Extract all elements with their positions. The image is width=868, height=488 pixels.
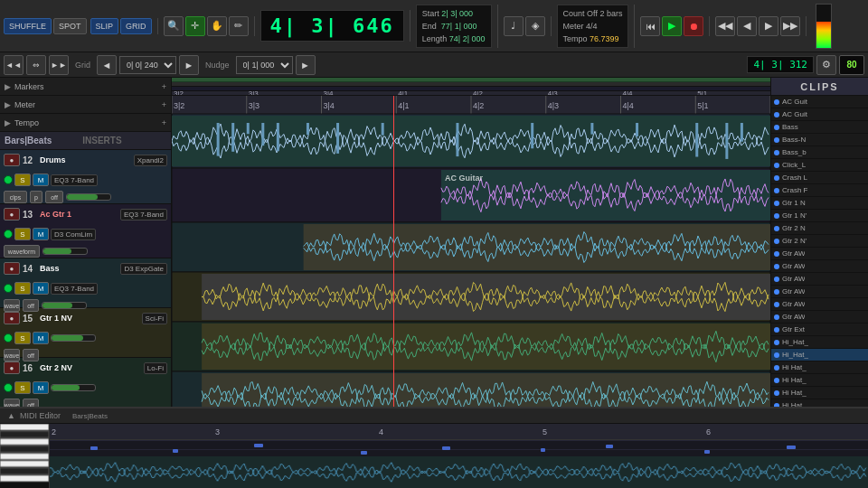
clip-item-15[interactable]: Gtr AW (771, 286, 868, 298)
nudge-right-btn[interactable]: ► (296, 55, 316, 75)
s-btn-gtr1nv[interactable]: S (14, 332, 31, 344)
insert-acgtr1-1[interactable]: EQ3 7-Band (120, 209, 167, 221)
clip-item-16[interactable]: Gtr AW (771, 298, 868, 311)
pencil-tool[interactable]: ✏ (229, 16, 249, 36)
wave-btn-gtr1nv[interactable]: wave (4, 349, 20, 361)
insert-bass-2[interactable]: EQ3 7-Band (51, 283, 98, 295)
clip-item-11[interactable]: Gtr 2 N' (771, 235, 868, 248)
shuffle-button[interactable]: SHUFFLE (4, 18, 52, 34)
hand-tool[interactable]: ✋ (207, 16, 227, 36)
clip-item-5[interactable]: Click_L (771, 159, 868, 172)
clip-item-24[interactable]: Hi Hat_ (771, 399, 868, 407)
m-btn-acgtr1[interactable]: M (33, 228, 49, 240)
clip-item-6[interactable]: Crash L (771, 172, 868, 184)
clip-item-17[interactable]: Gtr AW (771, 311, 868, 324)
clip-item-13[interactable]: Gtr AW (771, 260, 868, 273)
off-btn-drums[interactable]: off (45, 191, 63, 203)
m-btn-gtr2nv[interactable]: M (33, 381, 49, 394)
prev-button[interactable]: ◀◀ (715, 16, 735, 36)
insert-drums-2[interactable]: EQ3 7-Band (51, 174, 98, 186)
vol-gtr1nv[interactable] (51, 334, 96, 342)
insert-bass-1[interactable]: D3 ExpGate (120, 263, 167, 275)
vol-bass[interactable] (42, 302, 87, 309)
midi-note-2[interactable] (254, 444, 263, 447)
back-button[interactable]: ◀ (737, 16, 757, 36)
clip-item-23[interactable]: Hi Hat_ (771, 387, 868, 399)
clip-item-7[interactable]: Crash F (771, 184, 868, 197)
clip-item-2[interactable]: Bass (771, 121, 868, 134)
wave-btn-bass[interactable]: wave (4, 299, 20, 312)
midi-note-5[interactable] (541, 448, 545, 452)
rec-btn-bass[interactable]: ● (4, 262, 20, 275)
midi-notes[interactable]: 234567 (50, 424, 868, 488)
insert-gtr2nv-1[interactable]: Lo-Fi (144, 362, 167, 374)
rec-btn-gtr1nv[interactable]: ● (4, 312, 20, 324)
clip-item-21[interactable]: Hi Hat_ (771, 361, 868, 374)
midi-note-4[interactable] (442, 446, 450, 450)
rec-btn-gtr2nv[interactable]: ● (4, 361, 20, 374)
insert-drums-1[interactable]: Xpandl2 (134, 155, 167, 166)
expand-markers[interactable]: ▶ (5, 82, 11, 91)
clip-item-18[interactable]: Gtr Ext (771, 324, 868, 336)
play-button[interactable]: ▶ (662, 16, 682, 36)
m-btn-gtr1nv[interactable]: M (33, 332, 49, 344)
s-btn-acgtr1[interactable]: S (14, 228, 31, 240)
next-button[interactable]: ▶▶ (780, 16, 800, 36)
clip-item-8[interactable]: Gtr 1 N (771, 197, 868, 210)
metronome-icon[interactable]: ♩ (504, 16, 524, 36)
clip-item-4[interactable]: Bass_b (771, 146, 868, 159)
grid-left-btn[interactable]: ◄ (97, 55, 117, 75)
forward-arrow[interactable]: ►► (49, 55, 69, 75)
zoom-tool[interactable]: 🔍 (164, 16, 184, 36)
clip-item-14[interactable]: Gtr AW (771, 273, 868, 286)
m-btn-drums[interactable]: M (33, 174, 49, 186)
record-button[interactable]: ⏺ (684, 16, 703, 36)
tracks-canvas[interactable] (172, 96, 770, 407)
add-tempo[interactable]: + (162, 118, 166, 127)
pointer-tool[interactable]: ✛ (185, 16, 205, 36)
counter-options[interactable]: ⚙ (816, 55, 836, 75)
clip-item-20[interactable]: Hi_Hat_ (771, 349, 868, 361)
back-arrow[interactable]: ◄◄ (4, 55, 24, 75)
wave-btn-gtr2nv[interactable]: wave (4, 399, 20, 407)
clip-item-22[interactable]: Hi Hat_ (771, 374, 868, 387)
link-btn[interactable]: ⇔ (26, 55, 46, 75)
midi-note-8[interactable] (787, 446, 796, 449)
clip-item-12[interactable]: Gtr AW (771, 248, 868, 260)
vol-acgtr1[interactable] (42, 248, 88, 255)
midi-note-1[interactable] (173, 449, 178, 453)
insert-gtr1nv-1[interactable]: Sci-Fi (142, 313, 167, 324)
m-btn-bass[interactable]: M (33, 282, 49, 295)
spot-button[interactable]: SPOT (53, 18, 87, 34)
clip-item-0[interactable]: AC Guit (771, 96, 868, 108)
off-btn-gtr1nv[interactable]: off (23, 349, 39, 361)
s-btn-gtr2nv[interactable]: S (14, 381, 31, 394)
p-btn[interactable]: p (30, 191, 42, 203)
grid-right-btn[interactable]: ► (179, 55, 199, 75)
rewind-button[interactable]: ⏮ (640, 16, 660, 36)
midi-note-3[interactable] (361, 451, 367, 455)
vol-drums[interactable] (66, 193, 111, 201)
expand-tempo[interactable]: ▶ (5, 118, 11, 127)
clip-item-3[interactable]: Bass-N (771, 134, 868, 146)
s-btn-bass[interactable]: S (14, 282, 31, 295)
click-icon[interactable]: ◈ (525, 16, 545, 36)
clip-item-10[interactable]: Gtr 2 N (771, 222, 868, 235)
s-btn-drums[interactable]: S (14, 174, 31, 186)
clps-btn[interactable]: clps (4, 191, 27, 203)
off-btn-gtr2nv[interactable]: off (23, 399, 39, 407)
midi-note-0[interactable] (90, 446, 98, 450)
slip-button[interactable]: SLIP (90, 18, 119, 34)
grid-select[interactable]: 0| 0| 240 (119, 56, 176, 74)
clip-item-19[interactable]: Hi_Hat_ (771, 336, 868, 349)
clip-item-9[interactable]: Gtr 1 N' (771, 210, 868, 222)
grid-button[interactable]: GRID (120, 18, 152, 34)
rec-btn-acgtr1[interactable]: ● (4, 208, 20, 221)
off-btn-bass[interactable]: off (23, 299, 39, 312)
insert-acgtr1-2[interactable]: D3 ComLim (51, 229, 96, 240)
add-marker[interactable]: + (162, 82, 166, 91)
expand-meter[interactable]: ▶ (5, 100, 11, 109)
forward-button[interactable]: ▶ (759, 16, 778, 36)
vol-gtr2nv[interactable] (51, 384, 96, 391)
add-meter[interactable]: + (162, 100, 166, 109)
